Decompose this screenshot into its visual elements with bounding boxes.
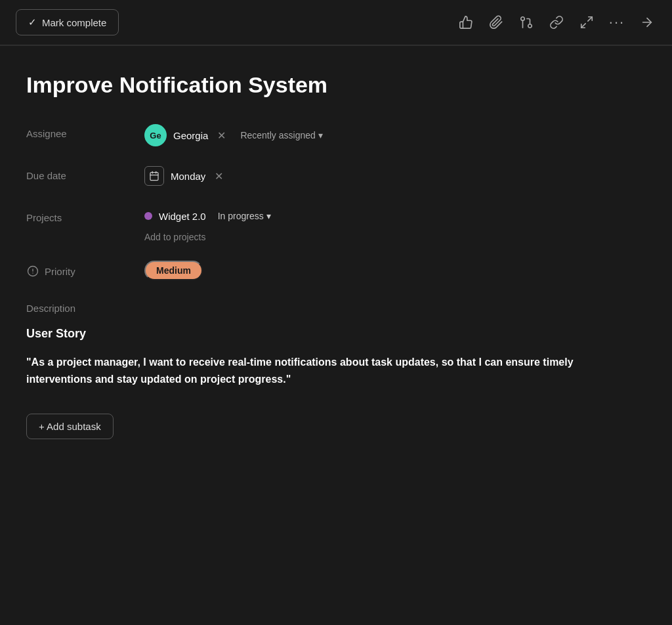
due-date-remove-button[interactable]: ✕ [212, 169, 226, 184]
project-status-label: In progress [218, 211, 264, 221]
assignee-name: Georgia [173, 130, 208, 141]
projects-row-inner: Widget 2.0 In progress ▾ [144, 208, 276, 224]
priority-label-text: Priority [45, 266, 75, 277]
svg-line-3 [588, 17, 592, 21]
recently-assigned-dropdown[interactable]: Recently assigned ▾ [235, 127, 327, 143]
branch-icon[interactable] [517, 13, 536, 32]
priority-value: Medium [144, 261, 203, 280]
more-icon[interactable]: ··· [608, 13, 626, 32]
toolbar-right: ··· [457, 13, 656, 32]
task-title: Improve Notification System [26, 72, 646, 98]
recently-assigned-label: Recently assigned [240, 130, 315, 140]
check-icon: ✓ [28, 16, 37, 28]
add-subtask-button[interactable]: + Add subtask [26, 414, 114, 439]
due-date-label: Due date [26, 166, 144, 181]
chevron-down-icon: ▾ [318, 130, 323, 140]
svg-line-4 [581, 24, 585, 28]
calendar-icon [144, 166, 164, 186]
toolbar-left: ✓ Mark complete [16, 9, 119, 35]
expand-icon[interactable] [578, 13, 596, 32]
description-section: Description User Story "As a project man… [26, 303, 646, 387]
project-dot [144, 212, 152, 220]
svg-point-0 [528, 24, 532, 28]
user-story-heading: User Story [26, 327, 646, 341]
project-chevron-icon: ▾ [266, 211, 271, 221]
assignee-row: Assignee Ge Georgia ✕ Recently assigned … [26, 124, 646, 148]
assignee-remove-button[interactable]: ✕ [215, 128, 228, 143]
mark-complete-button[interactable]: ✓ Mark complete [16, 9, 119, 35]
svg-rect-6 [150, 173, 158, 181]
paperclip-icon[interactable] [487, 13, 505, 32]
arrow-right-icon[interactable] [638, 13, 656, 32]
due-date-value: Monday ✕ [144, 166, 226, 186]
user-story-text: "As a project manager, I want to receive… [26, 354, 617, 387]
priority-label: Priority [26, 261, 144, 278]
toolbar: ✓ Mark complete [0, 0, 672, 45]
avatar: Ge [144, 124, 167, 146]
project-name: Widget 2.0 [159, 211, 206, 222]
svg-point-1 [521, 17, 525, 21]
link-icon[interactable] [547, 13, 566, 32]
add-projects-link[interactable]: Add to projects [144, 232, 276, 242]
priority-row: Priority Medium [26, 261, 646, 284]
description-label: Description [26, 303, 646, 314]
thumbsup-icon[interactable] [457, 13, 475, 32]
projects-row: Projects Widget 2.0 In progress ▾ Add to… [26, 208, 646, 242]
due-date-row: Due date Monday ✕ [26, 166, 646, 190]
projects-field-value: Widget 2.0 In progress ▾ Add to projects [144, 208, 276, 242]
assignee-value: Ge Georgia ✕ Recently assigned ▾ [144, 124, 328, 146]
mark-complete-label: Mark complete [42, 17, 106, 28]
project-status-dropdown[interactable]: In progress ▾ [213, 208, 276, 224]
priority-badge[interactable]: Medium [144, 261, 203, 280]
projects-label: Projects [26, 208, 144, 223]
due-date-text: Monday [171, 171, 205, 182]
main-content: Improve Notification System Assignee Ge … [0, 46, 672, 625]
assignee-label: Assignee [26, 124, 144, 139]
priority-icon [26, 265, 39, 278]
